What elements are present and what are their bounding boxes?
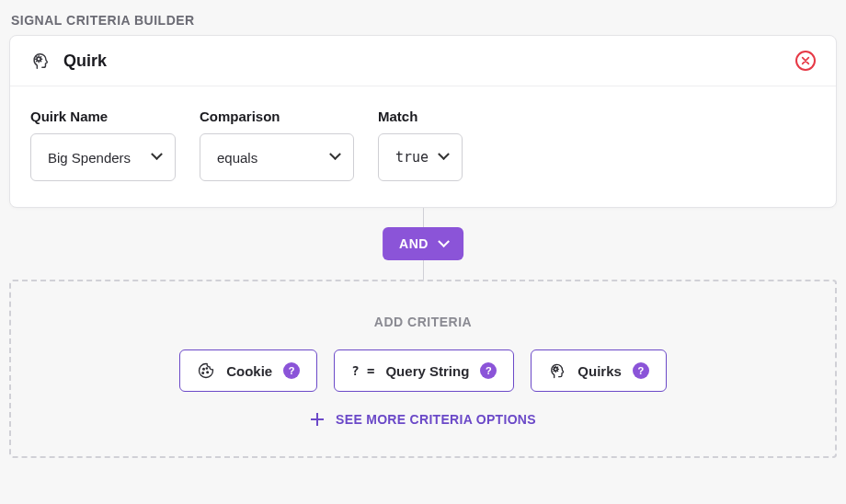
connector: AND [9, 208, 837, 280]
chevron-down-icon [440, 153, 449, 162]
add-cookie-button[interactable]: Cookie ? [179, 349, 317, 392]
quirk-name-select[interactable]: Big Spenders [30, 133, 176, 181]
see-more-options-button[interactable]: SEE MORE CRITERIA OPTIONS [310, 412, 536, 427]
criteria-type-label: Quirk [63, 52, 795, 71]
query-string-icon: ? = [351, 363, 374, 378]
field-label: Comparison [200, 109, 354, 124]
criteria-card-body: Quirk Name Big Spenders Comparison equal… [10, 86, 836, 207]
svg-point-1 [203, 369, 205, 371]
add-query-string-button[interactable]: ? = Query String ? [334, 349, 514, 392]
svg-point-4 [206, 368, 207, 369]
field-quirk-name: Quirk Name Big Spenders [30, 109, 176, 181]
builder-title: SIGNAL CRITERIA BUILDER [9, 13, 837, 28]
field-match: Match true [378, 109, 463, 181]
field-label: Quirk Name [30, 109, 176, 124]
add-quirks-button[interactable]: Quirks ? [531, 349, 667, 392]
option-label: Quirks [577, 363, 622, 379]
quirk-name-value: Big Spenders [48, 150, 131, 166]
criteria-options-row: Cookie ? ? = Query String ? Quirks ? [29, 349, 817, 392]
quirk-icon [30, 51, 51, 71]
chevron-down-icon [438, 237, 451, 250]
plus-icon [310, 412, 325, 427]
add-criteria-panel: ADD CRITERIA Cookie ? ? = Query String ? [9, 280, 837, 458]
match-value: true [395, 149, 429, 166]
comparison-value: equals [217, 150, 257, 166]
svg-point-3 [207, 372, 209, 373]
quirk-icon [548, 361, 566, 380]
help-badge[interactable]: ? [480, 362, 497, 379]
option-label: Query String [385, 363, 469, 379]
comparison-select[interactable]: equals [200, 133, 354, 181]
remove-criteria-button[interactable] [795, 51, 816, 71]
svg-point-2 [202, 372, 204, 374]
help-badge[interactable]: ? [283, 362, 300, 379]
option-label: Cookie [226, 363, 272, 379]
logic-operator-label: AND [399, 236, 429, 251]
chevron-down-icon [331, 153, 340, 162]
field-label: Match [378, 109, 463, 124]
criteria-card-header: Quirk [10, 36, 836, 86]
see-more-label: SEE MORE CRITERIA OPTIONS [336, 412, 536, 427]
help-badge[interactable]: ? [633, 362, 649, 379]
logic-operator-select[interactable]: AND [383, 227, 463, 260]
cookie-icon [197, 361, 215, 380]
chevron-down-icon [153, 153, 162, 162]
add-criteria-title: ADD CRITERIA [29, 315, 817, 329]
criteria-card: Quirk Quirk Name Big Spenders Comparison… [9, 35, 837, 208]
match-select[interactable]: true [378, 133, 463, 181]
field-comparison: Comparison equals [200, 109, 354, 181]
